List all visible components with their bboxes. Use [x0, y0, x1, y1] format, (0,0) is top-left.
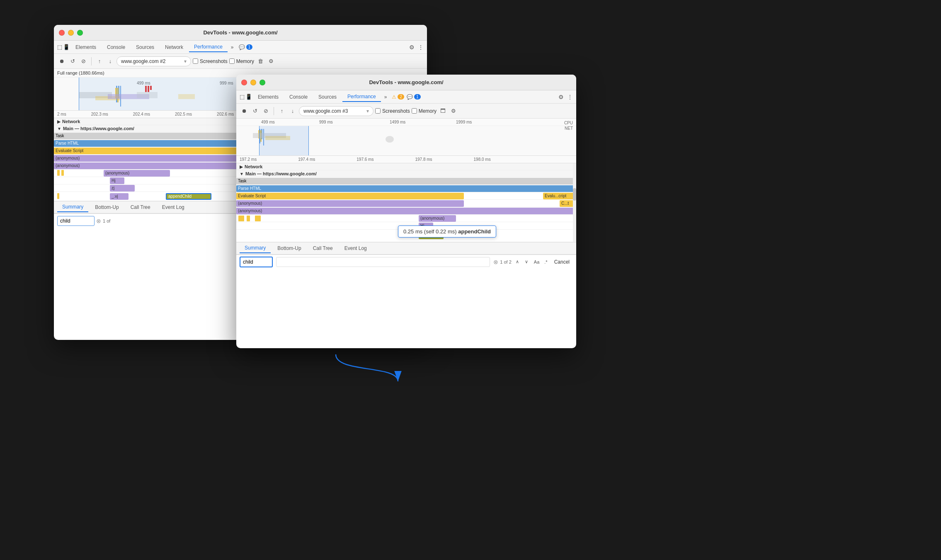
- anon3-front[interactable]: (anonymous): [419, 215, 456, 222]
- tab-performance-back[interactable]: Performance: [189, 42, 228, 52]
- more-tabs-back[interactable]: »: [228, 43, 236, 52]
- anon2-bar-front[interactable]: (anonymous): [236, 208, 576, 214]
- search-input-front[interactable]: [240, 257, 273, 267]
- zj-bar-back[interactable]: zj: [110, 185, 135, 192]
- network-arrow-front: ▶: [240, 165, 243, 169]
- parse-html-bar-front[interactable]: Parse HTML: [236, 185, 576, 192]
- settings-icon-back[interactable]: ⚙: [409, 44, 415, 51]
- url-dropdown-front[interactable]: ▾: [366, 108, 369, 114]
- url-bar-front[interactable]: www.google.com #3 ▾: [299, 106, 373, 116]
- screenshots-input-back[interactable]: [193, 58, 198, 64]
- trash-button-back[interactable]: 🗑: [256, 57, 265, 66]
- mini-timeline-front[interactable]: CPU NET 499 ms 999 ms 1499 ms 1999 ms: [236, 119, 576, 156]
- tab-bottomup-front[interactable]: Bottom-Up: [272, 244, 306, 253]
- close-button[interactable]: [59, 30, 65, 36]
- close-button-front[interactable]: [241, 80, 247, 85]
- tab-elements-back[interactable]: Elements: [70, 43, 101, 52]
- eval-script-bar-front2[interactable]: Evalu...cript: [543, 193, 576, 199]
- tab-eventlog-front[interactable]: Event Log: [340, 244, 372, 253]
- tab-sources-front[interactable]: Sources: [313, 92, 342, 102]
- more-menu-icon-front[interactable]: ⋮: [567, 94, 573, 100]
- regex-button-front[interactable]: .*: [543, 259, 549, 265]
- devtools-window-front: DevTools - www.google.com/ ⬚ 📱 Elements …: [236, 75, 576, 348]
- traffic-lights-back: [59, 30, 83, 36]
- upload-button-front[interactable]: ↑: [277, 107, 286, 116]
- tab-console-back[interactable]: Console: [102, 43, 130, 52]
- connection-arrow-path: [336, 354, 398, 381]
- mini-bar-3: [57, 193, 59, 199]
- main-section-front[interactable]: ▼ Main — https://www.google.com/: [236, 170, 576, 177]
- toolbar-front: ⏺ ↺ ⊘ ↑ ↓ www.google.com #3 ▾ Screenshot…: [236, 104, 576, 119]
- url-dropdown-back[interactable]: ▾: [184, 58, 187, 64]
- memory-input-front[interactable]: [412, 108, 417, 114]
- mini-yellow-2: [247, 216, 250, 221]
- tab-console-front[interactable]: Console: [284, 92, 313, 102]
- settings-icon-front[interactable]: ⚙: [558, 94, 564, 100]
- search-clear-front[interactable]: ⊗: [493, 259, 498, 265]
- appendchild-tooltip: 0.25 ms (self 0.22 ms) appendChild: [398, 225, 496, 238]
- capture-settings-back[interactable]: ⚙: [267, 57, 276, 66]
- aa-button-front[interactable]: Aa: [532, 259, 541, 265]
- tab-performance-front[interactable]: Performance: [342, 92, 381, 102]
- appendchild-label: appendChild: [168, 194, 192, 199]
- clear-button-back[interactable]: ⊘: [79, 57, 88, 66]
- record-button-front[interactable]: ⏺: [240, 107, 249, 116]
- scrollbar-thumb[interactable]: [573, 188, 576, 201]
- tab-summary-back[interactable]: Summary: [57, 202, 88, 212]
- cancel-button-front[interactable]: Cancel: [551, 258, 573, 266]
- refresh-button-front[interactable]: ↺: [250, 107, 260, 116]
- memory-checkbox-back: Memory: [229, 58, 254, 64]
- vj-bar-back[interactable]: _.vj: [110, 193, 129, 200]
- search-prev-front[interactable]: ∧: [513, 258, 521, 266]
- upload-button-back[interactable]: ↑: [95, 57, 104, 66]
- tab-summary-front[interactable]: Summary: [240, 243, 271, 253]
- maximize-button-front[interactable]: [260, 80, 265, 85]
- memory-input-back[interactable]: [229, 58, 235, 64]
- selection-region-front[interactable]: [259, 126, 309, 156]
- eval-script-row-front: Evaluate Script Evalu...cript: [236, 192, 576, 200]
- download-button-front[interactable]: ↓: [288, 107, 297, 116]
- scrollbar-front[interactable]: [573, 163, 576, 242]
- capture-settings-front[interactable]: ⚙: [449, 107, 458, 116]
- screenshot-btn-front[interactable]: 🗖: [438, 107, 447, 116]
- screenshots-checkbox-back: Screenshots: [193, 58, 228, 64]
- minimize-button[interactable]: [68, 30, 74, 36]
- clear-button-front[interactable]: ⊘: [261, 107, 270, 116]
- ruler-202-4: 202.4 ms: [133, 112, 150, 116]
- anon3-bar-back[interactable]: (anonymous): [104, 170, 170, 177]
- ruler-f-197-4: 197.4 ms: [298, 157, 315, 162]
- tab-network-back[interactable]: Network: [160, 43, 188, 52]
- search-input-back[interactable]: [57, 216, 95, 226]
- screenshots-input-front[interactable]: [375, 108, 381, 114]
- tab-eventlog-back[interactable]: Event Log: [157, 203, 189, 212]
- maximize-button[interactable]: [77, 30, 83, 36]
- appendchild-bar-back[interactable]: appendChild: [166, 193, 211, 200]
- tab-sources-back[interactable]: Sources: [131, 43, 159, 52]
- tab-bar-front: ⬚ 📱 Elements Console Sources Performance…: [236, 90, 576, 104]
- toolbar-back: ⏺ ↺ ⊘ ↑ ↓ www.google.com #2 ▾ Screenshot…: [54, 54, 427, 69]
- appendchild-row-front: a 0.25 ms (self 0.22 ms) appendChild: [236, 230, 576, 242]
- tab-calltree-back[interactable]: Call Tree: [126, 203, 155, 212]
- screenshots-label-back: Screenshots: [200, 58, 228, 64]
- chat-badge-back: 💬 1: [239, 44, 253, 50]
- tooltip-time: 0.25 ms (self 0.22 ms): [403, 228, 458, 235]
- tab-calltree-front[interactable]: Call Tree: [308, 244, 338, 253]
- tab-elements-front[interactable]: Elements: [253, 92, 284, 102]
- eval-script-bar-front[interactable]: Evaluate Script: [236, 193, 464, 199]
- more-tabs-front[interactable]: »: [382, 92, 390, 102]
- download-button-back[interactable]: ↓: [106, 57, 115, 66]
- network-section-front[interactable]: ▶ Network: [236, 163, 576, 170]
- search-next-front[interactable]: ∨: [522, 258, 531, 266]
- search-expand-area: [276, 257, 490, 267]
- minimize-button-front[interactable]: [250, 80, 256, 85]
- tab-bottomup-back[interactable]: Bottom-Up: [90, 203, 124, 212]
- more-menu-icon-back[interactable]: ⋮: [418, 44, 424, 51]
- refresh-button-back[interactable]: ↺: [68, 57, 77, 66]
- hj-bar-back[interactable]: Hj: [110, 177, 124, 184]
- url-bar-back[interactable]: www.google.com #2 ▾: [116, 56, 191, 66]
- ruler-202-3: 202.3 ms: [91, 112, 108, 116]
- search-count-back: 1 of: [103, 218, 110, 223]
- search-clear-back[interactable]: ⊗: [96, 218, 101, 224]
- record-button-back[interactable]: ⏺: [57, 57, 66, 66]
- anon1-bar-front[interactable]: (anonymous): [236, 200, 464, 207]
